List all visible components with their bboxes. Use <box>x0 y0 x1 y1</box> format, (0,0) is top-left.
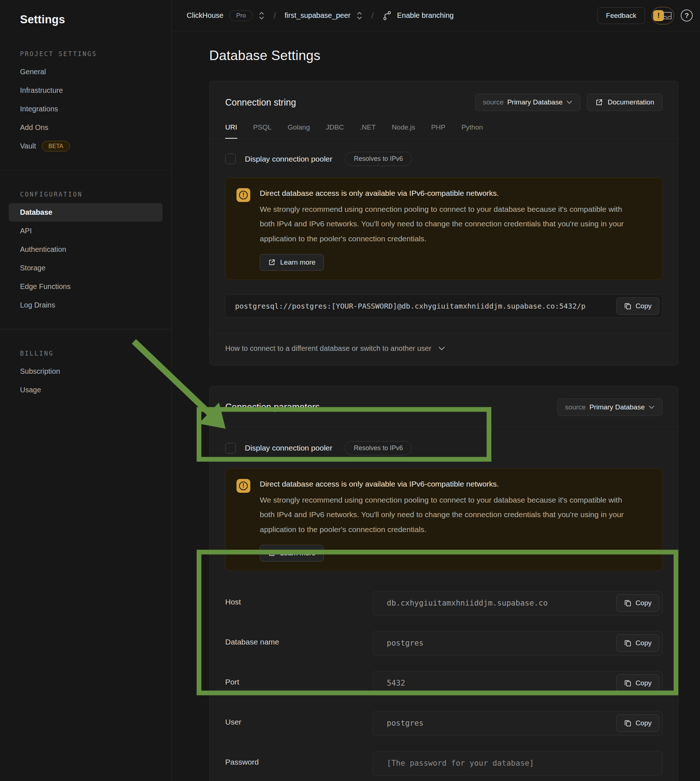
param-row-host: Hostdb.cxhygiuitamxhniiddjm.supabase.coC… <box>225 591 663 616</box>
sidebar-title: Settings <box>0 0 172 26</box>
param-row-port: Port5432Copy <box>225 671 663 696</box>
sidebar-section-heading: PROJECT SETTINGS <box>0 26 172 63</box>
param-label: Port <box>225 671 373 696</box>
project-switcher-chevrons-icon[interactable] <box>356 11 363 20</box>
copy-icon <box>624 719 632 727</box>
help-button[interactable]: ? <box>681 10 693 22</box>
tab-uri[interactable]: URI <box>225 123 237 138</box>
sidebar-item-label: Add Ons <box>20 123 48 132</box>
external-link-icon <box>595 98 603 106</box>
display-connection-pooler-checkbox[interactable] <box>225 443 236 454</box>
connection-string-card: Connection string source Primary Databas… <box>209 81 678 365</box>
sidebar-item-api[interactable]: API <box>9 222 163 240</box>
source-value: Primary Database <box>589 403 645 411</box>
chevron-down-icon <box>566 100 573 104</box>
copy-icon <box>624 679 632 687</box>
warning-title: Direct database access is only available… <box>260 187 631 198</box>
sidebar-item-subscription[interactable]: Subscription <box>9 362 163 380</box>
sidebar-item-vault[interactable]: VaultBETA <box>9 137 163 155</box>
connection-help-expander[interactable]: How to connect to a different database o… <box>210 334 678 365</box>
sidebar: Settings PROJECT SETTINGSGeneralInfrastr… <box>0 0 172 781</box>
source-label: source <box>565 403 586 411</box>
app: Settings PROJECT SETTINGSGeneralInfrastr… <box>0 0 700 781</box>
sidebar-item-log-drains[interactable]: Log Drains <box>9 296 163 314</box>
sidebar-item-label: General <box>20 68 46 76</box>
sidebar-item-label: Storage <box>20 264 45 272</box>
breadcrumb-separator: / <box>372 10 374 21</box>
page-title: Database Settings <box>209 48 700 63</box>
sidebar-item-usage[interactable]: Usage <box>9 380 163 399</box>
resolves-to-ipv6-badge: Resolves to IPv6 <box>345 152 412 166</box>
sidebar-item-label: API <box>20 227 32 235</box>
sidebar-item-infrastructure[interactable]: Infrastructure <box>9 81 163 100</box>
display-connection-pooler-label: Display connection pooler <box>245 444 332 452</box>
tab-golang[interactable]: Golang <box>287 123 310 138</box>
documentation-button[interactable]: Documentation <box>587 93 663 111</box>
display-connection-pooler-label: Display connection pooler <box>245 155 332 164</box>
display-connection-pooler-checkbox[interactable] <box>225 154 236 164</box>
connection-parameters-card: Connection parameters source Primary Dat… <box>209 386 678 781</box>
warning-body: We strongly recommend using connection p… <box>260 202 631 246</box>
sidebar-item-integrations[interactable]: Integrations <box>9 100 163 118</box>
feedback-button[interactable]: Feedback <box>597 7 645 24</box>
main-area: ClickHouse Pro / first_supabase_peer / E… <box>172 0 700 781</box>
warning-body: We strongly recommend using connection p… <box>260 493 631 537</box>
copy-icon <box>624 599 632 607</box>
tab-php[interactable]: PHP <box>431 123 445 138</box>
param-label: Host <box>225 591 373 616</box>
copy-button-user[interactable]: Copy <box>616 714 659 732</box>
breadcrumb-project[interactable]: first_supabase_peer <box>285 11 350 20</box>
sidebar-item-label: Usage <box>20 386 41 394</box>
learn-more-button[interactable]: Learn more <box>260 254 324 271</box>
param-row-password: Password[The password for your database] <box>225 751 663 776</box>
connection-parameters-title: Connection parameters <box>225 402 320 412</box>
breadcrumb: ClickHouse Pro / first_supabase_peer / E… <box>187 10 454 21</box>
tab-jdbc[interactable]: JDBC <box>326 123 344 138</box>
source-select[interactable]: source Primary Database <box>475 93 580 111</box>
learn-more-button[interactable]: Learn more <box>260 545 324 562</box>
copy-connection-string-button[interactable]: Copy <box>616 297 659 315</box>
chevron-down-icon <box>438 346 445 351</box>
enable-branching[interactable]: Enable branching <box>382 10 454 21</box>
chevron-down-icon <box>648 405 655 409</box>
warning-icon: ! <box>237 479 250 493</box>
sidebar-item-label: Database <box>20 208 52 217</box>
topbar-actions: Feedback ! ? <box>597 7 693 24</box>
sidebar-item-label: Edge Functions <box>20 282 71 291</box>
sidebar-item-storage[interactable]: Storage <box>9 259 163 277</box>
connection-string-tabs: URIPSQLGolangJDBC.NETNode.jsPHPPython <box>210 121 678 139</box>
connection-string-value[interactable]: postgresql://postgres:[YOUR-PASSWORD]@db… <box>225 294 663 318</box>
breadcrumb-org[interactable]: ClickHouse <box>187 11 223 20</box>
sidebar-item-edge-functions[interactable]: Edge Functions <box>9 277 163 296</box>
sidebar-item-add-ons[interactable]: Add Ons <box>9 118 163 137</box>
page-content: Database Settings Connection string sour… <box>172 31 700 781</box>
param-label: User <box>225 711 373 736</box>
tab-python[interactable]: Python <box>461 123 483 138</box>
beta-badge: BETA <box>42 141 70 152</box>
sidebar-item-database[interactable]: Database <box>9 203 163 222</box>
resolves-to-ipv6-badge: Resolves to IPv6 <box>345 441 412 455</box>
external-link-icon <box>268 259 275 266</box>
sidebar-item-label: Subscription <box>20 367 60 375</box>
documentation-label: Documentation <box>608 98 654 106</box>
org-switcher-chevrons-icon[interactable] <box>258 11 265 20</box>
tab-net[interactable]: .NET <box>360 123 375 138</box>
param-row-user: UserpostgresCopy <box>225 711 663 736</box>
param-row-database-name: Database namepostgresCopy <box>225 631 663 656</box>
copy-button-database-name[interactable]: Copy <box>616 634 659 652</box>
ipv6-warning: ! Direct database access is only availab… <box>225 468 663 571</box>
copy-button-host[interactable]: Copy <box>616 594 659 612</box>
sidebar-item-label: Log Drains <box>20 301 55 309</box>
tab-nodejs[interactable]: Node.js <box>392 123 415 138</box>
sidebar-item-general[interactable]: General <box>9 63 163 81</box>
ipv6-warning: ! Direct database access is only availab… <box>225 178 663 280</box>
source-select[interactable]: source Primary Database <box>557 399 663 416</box>
tab-psql[interactable]: PSQL <box>253 123 272 138</box>
notifications-button[interactable]: ! <box>652 7 674 24</box>
external-link-icon <box>268 549 275 557</box>
param-value-password[interactable]: [The password for your database] <box>373 751 663 776</box>
sidebar-item-label: Authentication <box>20 245 66 254</box>
learn-more-label: Learn more <box>280 549 315 557</box>
sidebar-item-authentication[interactable]: Authentication <box>9 240 163 259</box>
copy-button-port[interactable]: Copy <box>616 674 659 692</box>
